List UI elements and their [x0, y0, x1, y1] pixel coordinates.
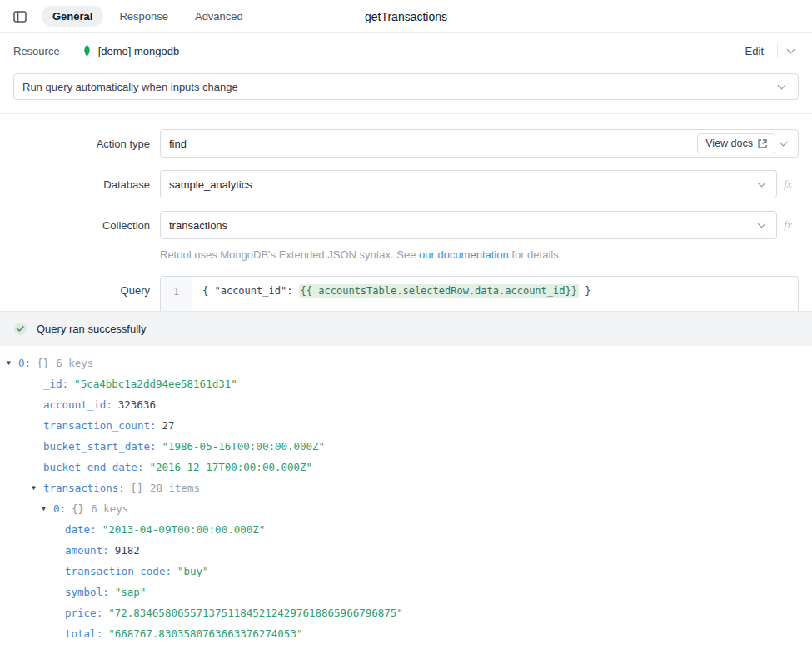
json-value: 9182 [115, 544, 140, 557]
resource-value: [demo] mongodb [98, 45, 737, 58]
json-tree-row: _id:"5ca4bbc1a2dd94ee58161d31" [0, 373, 812, 394]
json-meta: 28 items [150, 482, 200, 494]
json-tree-row: amount:9182 [0, 540, 812, 561]
json-value: "1986-05-16T00:00:00.000Z" [162, 440, 325, 452]
json-tree-row: symbol:"sap" [0, 582, 812, 602]
json-tree-row: transaction_code:"buy" [0, 561, 812, 582]
extended-json-helper-text: Retool uses MongoDB's Extended JSON synt… [160, 248, 812, 261]
json-value: "2013-04-09T00:00:00.000Z" [102, 523, 266, 536]
json-value: [] [131, 482, 143, 494]
result-json-tree: ▼0:{}6 keys_id:"5ca4bbc1a2dd94ee58161d31… [0, 346, 812, 644]
json-value: "buy" [177, 565, 209, 578]
code-key: "account_id" [214, 285, 286, 297]
json-value: "2016-12-17T00:00:00.000Z" [149, 461, 312, 473]
query-name-title: getTransactions [365, 10, 447, 23]
helper-text: Retool uses MongoDB's Extended JSON synt… [160, 248, 419, 261]
json-tree-row: ▼transactions:[]28 items [0, 478, 812, 498]
collapse-arrow-icon[interactable]: ▼ [42, 505, 53, 512]
success-check-icon [13, 322, 27, 336]
external-link-icon [758, 139, 767, 148]
database-value: sample_analytics [169, 178, 754, 191]
json-key: amount: [65, 544, 109, 557]
json-key: 0: [18, 357, 31, 369]
json-value: "5ca4bbc1a2dd94ee58161d31" [74, 378, 237, 390]
json-tree-row: date:"2013-04-09T00:00:00.000Z" [0, 519, 812, 540]
collection-select[interactable]: transactions [160, 211, 777, 239]
divider [777, 43, 778, 58]
json-tree-row: bucket_end_date:"2016-12-17T00:00:00.000… [0, 457, 812, 478]
json-value: {} [37, 357, 49, 369]
resource-label: Resource [13, 45, 60, 58]
collection-label: Collection [0, 219, 150, 232]
json-tree-row: bucket_start_date:"1986-05-16T00:00:00.0… [0, 436, 812, 457]
code-close-brace: } [579, 285, 590, 297]
collection-value: transactions [169, 219, 754, 232]
json-key: price: [65, 607, 102, 619]
json-key: transaction_code: [65, 565, 172, 578]
json-key: bucket_start_date: [43, 440, 156, 452]
query-row: Query 1 { "account_id": {{ accountsTable… [0, 276, 799, 311]
json-value: "668767.8303580763663376274053" [108, 628, 302, 640]
run-mode-value: Run query automatically when inputs chan… [22, 81, 238, 93]
json-value: "sap" [115, 586, 147, 598]
json-tree-row: ▼0:{}6 keys [0, 352, 812, 373]
view-docs-button[interactable]: View docs [697, 133, 775, 153]
code-separator: : [286, 285, 298, 297]
action-type-row: Action type find View docs [0, 129, 799, 158]
json-meta: 6 keys [56, 357, 93, 369]
action-type-label: Action type [0, 138, 150, 150]
collapse-arrow-icon[interactable]: ▼ [7, 359, 18, 367]
query-code-line[interactable]: { "account_id": {{ accountsTable.selecte… [192, 277, 600, 311]
json-key: transactions: [43, 482, 125, 494]
documentation-link[interactable]: our documentation [419, 248, 509, 261]
action-type-value: find [169, 138, 697, 150]
json-key: 0: [53, 502, 66, 515]
json-key: bucket_end_date: [43, 461, 143, 473]
json-key: _id: [43, 378, 68, 390]
mongodb-leaf-icon [82, 44, 92, 58]
code-open-brace: { [202, 285, 214, 297]
action-type-select[interactable]: find View docs [160, 129, 799, 158]
toggle-panel-icon[interactable] [13, 11, 27, 22]
query-label: Query [0, 276, 150, 297]
tab-response[interactable]: Response [108, 6, 179, 27]
json-key: date: [65, 523, 97, 536]
resource-row: Resource [demo] mongodb Edit [13, 38, 799, 63]
json-value: "72.834658065571375118452124297618865966… [108, 607, 403, 619]
json-key: symbol: [65, 586, 109, 598]
tab-advanced[interactable]: Advanced [184, 6, 254, 27]
fx-toggle-icon[interactable]: fx [777, 218, 799, 232]
resource-select[interactable]: [demo] mongodb Edit [72, 38, 799, 63]
line-number-gutter: 1 [161, 277, 192, 311]
chevron-down-icon[interactable] [787, 46, 795, 54]
tab-general[interactable]: General [42, 6, 103, 27]
database-select[interactable]: sample_analytics [160, 170, 777, 198]
query-editor-topbar: General Response Advanced getTransaction… [0, 0, 812, 33]
editor-tabs: General Response Advanced [42, 6, 254, 27]
json-tree-row: transaction_count:27 [0, 415, 812, 436]
json-value: 323636 [118, 398, 156, 411]
json-tree-row: total:"668767.8303580763663376274053" [0, 623, 812, 644]
collection-row: Collection transactions fx [0, 211, 799, 239]
query-code-editor[interactable]: 1 { "account_id": {{ accountsTable.selec… [160, 276, 799, 311]
json-value: {} [72, 502, 84, 515]
json-key: total: [65, 628, 102, 640]
code-template-expression: {{ accountsTable.selectedRow.data.accoun… [299, 284, 579, 298]
chevron-down-icon [758, 179, 766, 188]
database-label: Database [0, 178, 150, 191]
view-docs-label: View docs [705, 138, 753, 149]
run-mode-select[interactable]: Run query automatically when inputs chan… [13, 73, 799, 100]
json-tree-row: account_id:323636 [0, 394, 812, 415]
json-key: account_id: [43, 398, 112, 411]
fx-toggle-icon[interactable]: fx [777, 178, 799, 191]
query-config-form: Action type find View docs Database samp… [0, 114, 812, 311]
json-meta: 6 keys [91, 502, 128, 515]
database-row: Database sample_analytics fx [0, 170, 799, 198]
collapse-arrow-icon[interactable]: ▼ [32, 484, 43, 492]
json-tree-row: price:"72.834658065571375118452124297618… [0, 602, 812, 623]
status-message: Query ran successfully [37, 322, 147, 335]
json-tree-row: ▼0:{}6 keys [0, 498, 812, 519]
json-key: transaction_count: [43, 419, 156, 432]
query-status-bar: Query ran successfully [0, 311, 812, 346]
edit-resource-button[interactable]: Edit [737, 42, 772, 61]
